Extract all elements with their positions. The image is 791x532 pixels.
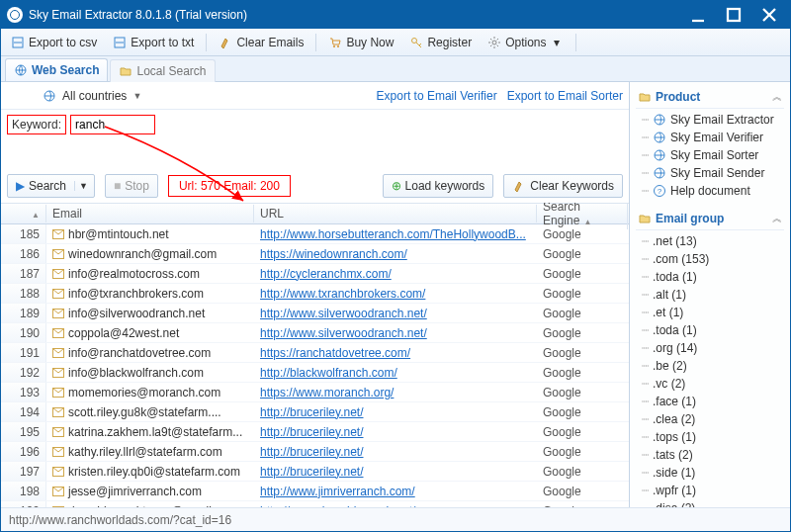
- table-row[interactable]: 193momemories@moranch.comhttps://www.mor…: [1, 383, 629, 402]
- row-number: 190: [1, 323, 46, 342]
- cell-url[interactable]: http://www.riversideranch.net/: [254, 504, 537, 508]
- cell-url[interactable]: http://cycleranchmx.com/: [254, 267, 537, 281]
- sidebar-product-item[interactable]: ┈?Help document: [642, 182, 784, 200]
- sidebar-group-item[interactable]: ┈.disa (2): [642, 499, 784, 507]
- globe-icon: [43, 89, 56, 103]
- sidebar-group-item[interactable]: ┈.et (1): [642, 304, 784, 321]
- sidebar-item-label: .et (1): [653, 306, 683, 319]
- buy-now-button[interactable]: Buy Now: [324, 34, 397, 51]
- stop-button[interactable]: ■Stop: [105, 174, 158, 198]
- col-email[interactable]: Email: [46, 205, 254, 222]
- sidebar-group-item[interactable]: ┈.com (153): [642, 250, 784, 268]
- tab-local-search[interactable]: Local Search: [110, 59, 215, 82]
- chevron-down-icon[interactable]: ▼: [74, 181, 92, 191]
- register-button[interactable]: Register: [405, 34, 476, 51]
- clear-emails-label: Clear Emails: [236, 36, 304, 49]
- export-to-sorter-link[interactable]: Export to Email Sorter: [507, 89, 623, 103]
- table-row[interactable]: 194scott.riley.gu8k@statefarm....http://…: [1, 402, 629, 422]
- search-button[interactable]: ▶Search▼: [7, 174, 95, 198]
- country-dropdown[interactable]: All countries ▼: [39, 87, 145, 105]
- close-button[interactable]: [760, 6, 778, 24]
- sidebar-group-item[interactable]: ┈.tats (2): [642, 446, 784, 464]
- register-label: Register: [427, 36, 472, 49]
- options-button[interactable]: Options▾: [483, 34, 568, 51]
- cell-url[interactable]: http://www.horsebutteranch.com/TheHollyw…: [254, 227, 537, 241]
- export-csv-button[interactable]: Export to csv: [7, 34, 101, 51]
- help-icon: ?: [653, 184, 666, 198]
- table-row[interactable]: 192info@blackwolfranch.comhttp://blackwo…: [1, 363, 629, 383]
- sidebar-group-item[interactable]: ┈.side (1): [642, 464, 784, 482]
- table-row[interactable]: 191info@ranchatdovetree.comhttps://ranch…: [1, 343, 629, 363]
- keyword-label: Keyword:: [7, 115, 66, 134]
- cell-url[interactable]: http://bruceriley.net/: [254, 445, 537, 459]
- export-txt-label: Export to txt: [131, 36, 194, 49]
- cell-email: hbr@mtintouch.net: [46, 227, 254, 241]
- cell-url[interactable]: http://bruceriley.net/: [254, 425, 537, 439]
- cell-url[interactable]: https://ranchatdovetree.com/: [254, 346, 537, 360]
- table-row[interactable]: 196kathy.riley.llrl@statefarm.comhttp://…: [1, 442, 629, 462]
- table-row[interactable]: 197kristen.riley.qb0i@statefarm.comhttp:…: [1, 462, 629, 482]
- product-group-header[interactable]: Product ︽: [636, 86, 784, 109]
- cell-email: info@txranchbrokers.com: [46, 287, 254, 301]
- cell-url[interactable]: http://www.jimriverranch.com/: [254, 485, 537, 498]
- table-row[interactable]: 185hbr@mtintouch.nethttp://www.horsebutt…: [1, 224, 629, 244]
- row-number: 186: [1, 244, 46, 263]
- table-row[interactable]: 190coppola@42west.nethttp://www.silverwo…: [1, 323, 629, 343]
- clear-keywords-button[interactable]: Clear Keywords: [503, 174, 623, 198]
- sidebar-product-item[interactable]: ┈Sky Email Extractor: [642, 111, 784, 129]
- tab-bar: Web Search Local Search: [1, 56, 790, 82]
- cell-url[interactable]: https://winedownranch.com/: [254, 247, 537, 261]
- cell-email: scott.riley.gu8k@statefarm....: [46, 405, 254, 419]
- collapse-icon[interactable]: ︽: [772, 212, 782, 225]
- cell-search-engine: Google: [537, 465, 628, 479]
- tab-web-search[interactable]: Web Search: [5, 58, 108, 81]
- export-txt-button[interactable]: Export to txt: [109, 34, 198, 51]
- col-url[interactable]: URL: [254, 205, 537, 222]
- row-number: 195: [1, 422, 46, 441]
- cell-url[interactable]: https://www.moranch.org/: [254, 386, 537, 399]
- email-group-header[interactable]: Email group ︽: [636, 208, 784, 230]
- sidebar-product-item[interactable]: ┈Sky Email Sorter: [642, 146, 784, 164]
- table-row[interactable]: 189info@silverwoodranch.nethttp://www.si…: [1, 304, 629, 323]
- table-row[interactable]: 199riversideranchtexas@gmail.comhttp://w…: [1, 501, 629, 507]
- cell-url[interactable]: http://bruceriley.net/: [254, 405, 537, 419]
- sidebar-group-item[interactable]: ┈.clea (2): [642, 410, 784, 428]
- cell-search-engine: Google: [537, 247, 628, 261]
- url-email-counter: Url: 570 Email: 200: [168, 175, 291, 197]
- sidebar-group-item[interactable]: ┈.face (1): [642, 393, 784, 410]
- sidebar-group-item[interactable]: ┈.wpfr (1): [642, 482, 784, 499]
- cell-email: info@blackwolfranch.com: [46, 366, 254, 380]
- sidebar-group-item[interactable]: ┈.toda (1): [642, 321, 784, 339]
- svg-point-9: [492, 41, 496, 44]
- maximize-button[interactable]: [725, 6, 743, 24]
- sidebar-product-item[interactable]: ┈Sky Email Sender: [642, 164, 784, 182]
- collapse-icon[interactable]: ︽: [772, 90, 782, 104]
- cell-url[interactable]: http://www.silverwoodranch.net/: [254, 326, 537, 340]
- sidebar-group-item[interactable]: ┈.tops (1): [642, 428, 784, 446]
- keyword-input[interactable]: [75, 118, 150, 132]
- table-row[interactable]: 188info@txranchbrokers.comhttp://www.txr…: [1, 284, 629, 304]
- sidebar-product-item[interactable]: ┈Sky Email Verifier: [642, 129, 784, 146]
- sidebar: Product ︽ ┈Sky Email Extractor┈Sky Email…: [630, 82, 790, 507]
- table-row[interactable]: 198jesse@jimriverranch.comhttp://www.jim…: [1, 482, 629, 501]
- sidebar-group-item[interactable]: ┈.vc (2): [642, 375, 784, 393]
- col-rownum[interactable]: ▲: [1, 205, 46, 222]
- export-to-verifier-link[interactable]: Export to Email Verifier: [377, 89, 497, 103]
- cell-search-engine: Google: [537, 504, 628, 508]
- stop-button-label: Stop: [125, 179, 149, 193]
- clear-emails-button[interactable]: Clear Emails: [215, 34, 308, 51]
- cell-url[interactable]: http://blackwolfranch.com/: [254, 366, 537, 380]
- sidebar-group-item[interactable]: ┈.org (14): [642, 339, 784, 357]
- sidebar-group-item[interactable]: ┈.toda (1): [642, 268, 784, 286]
- table-row[interactable]: 186winedownranch@gmail.comhttps://winedo…: [1, 244, 629, 264]
- cell-url[interactable]: http://www.silverwoodranch.net/: [254, 307, 537, 320]
- table-row[interactable]: 195katrina.zakhem.la9t@statefarm...http:…: [1, 422, 629, 442]
- table-row[interactable]: 187info@realmotocross.comhttp://cycleran…: [1, 264, 629, 284]
- sidebar-group-item[interactable]: ┈.alt (1): [642, 286, 784, 304]
- minimize-button[interactable]: [689, 6, 707, 24]
- cell-url[interactable]: http://bruceriley.net/: [254, 465, 537, 479]
- sidebar-group-item[interactable]: ┈.be (2): [642, 357, 784, 375]
- load-keywords-button[interactable]: ⊕Load keywords: [383, 174, 494, 198]
- sidebar-group-item[interactable]: ┈.net (13): [642, 232, 784, 250]
- cell-url[interactable]: http://www.txranchbrokers.com/: [254, 287, 537, 301]
